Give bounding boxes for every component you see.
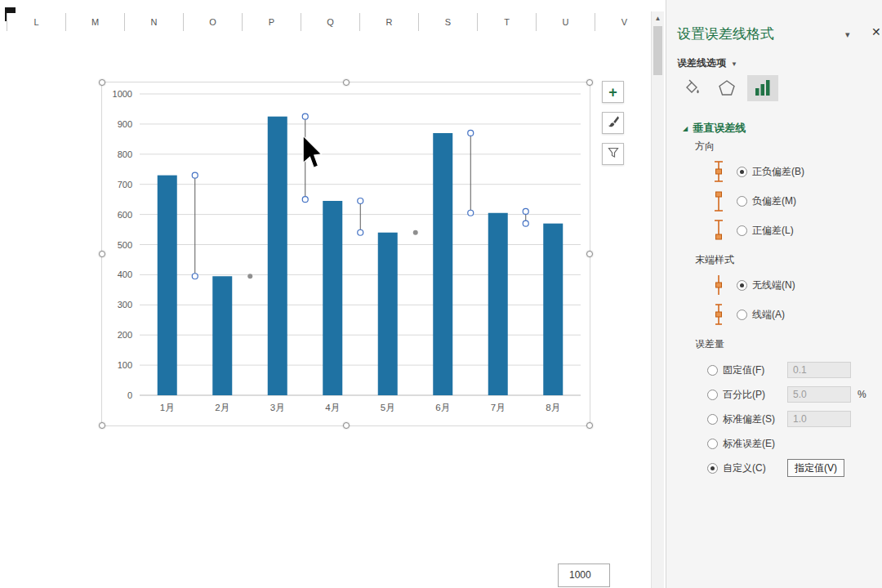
option-label: 固定值(F) bbox=[723, 363, 787, 377]
amount-input[interactable] bbox=[787, 386, 851, 403]
pane-menu-chevron-icon[interactable]: ▾ bbox=[845, 29, 850, 40]
option-label: 正偏差(L) bbox=[752, 224, 794, 238]
endstyle-options: 无线端(N)线端(A) bbox=[666, 270, 882, 329]
option-label: 无线端(N) bbox=[752, 278, 795, 292]
scroll-up-icon[interactable]: ▲ bbox=[652, 11, 664, 25]
collapse-triangle-icon: ◢ bbox=[683, 125, 688, 132]
amount-row[interactable]: 标准误差(E) bbox=[666, 431, 882, 456]
amount-input[interactable] bbox=[787, 362, 851, 378]
option-label: 负偏差(M) bbox=[752, 194, 796, 208]
amount-input[interactable] bbox=[787, 411, 851, 427]
column-header-S[interactable]: S bbox=[419, 13, 478, 31]
column-header-M[interactable]: M bbox=[66, 13, 125, 31]
option-label: 百分比(P) bbox=[723, 388, 787, 402]
radio-button[interactable] bbox=[737, 310, 747, 320]
cap-icon bbox=[711, 302, 726, 327]
column-header-U[interactable]: U bbox=[537, 13, 595, 31]
radio-button[interactable] bbox=[707, 463, 718, 474]
fill-line-icon[interactable] bbox=[675, 75, 706, 101]
amount-row[interactable]: 自定义(C)指定值(V) bbox=[666, 456, 882, 480]
radio-button[interactable] bbox=[707, 439, 718, 449]
radio-button[interactable] bbox=[737, 196, 747, 207]
vertical-error-bar-section[interactable]: ◢垂直误差线 bbox=[683, 121, 746, 136]
option-row[interactable]: 正偏差(L) bbox=[666, 216, 882, 245]
pane-tabs bbox=[675, 75, 778, 101]
format-pane: 设置误差线格式 ▾ ✕ 误差线选项▼ ◢垂直误差线 方向 正负偏差(B)负偏差(… bbox=[666, 0, 882, 588]
option-label: 标准误差(E) bbox=[723, 437, 787, 451]
plus-icon: + bbox=[608, 85, 617, 100]
error-bar-options-dropdown[interactable]: 误差线选项▼ bbox=[677, 56, 737, 70]
floating-cell[interactable]: 1000 bbox=[558, 564, 610, 587]
specify-value-button[interactable]: 指定值(V) bbox=[787, 459, 844, 477]
resize-handle[interactable] bbox=[586, 79, 593, 86]
svg-text:2月: 2月 bbox=[215, 403, 229, 412]
radio-button[interactable] bbox=[737, 167, 747, 177]
svg-text:6月: 6月 bbox=[435, 403, 450, 412]
column-header-Q[interactable]: Q bbox=[301, 13, 360, 31]
direction-options: 正负偏差(B)负偏差(M)正偏差(L) bbox=[666, 157, 882, 245]
end-style-label: 末端样式 bbox=[695, 253, 734, 267]
option-row[interactable]: 负偏差(M) bbox=[666, 186, 882, 216]
resize-handle[interactable] bbox=[586, 251, 593, 257]
chart-filters-button[interactable] bbox=[602, 143, 624, 165]
chart-svg: 010020030040050060070080090010001月2月3月4月… bbox=[102, 82, 591, 427]
amount-row[interactable]: 固定值(F) bbox=[666, 358, 882, 382]
option-row[interactable]: 线端(A) bbox=[666, 300, 882, 329]
column-header-P[interactable]: P bbox=[243, 13, 301, 31]
column-header-O[interactable]: O bbox=[184, 13, 243, 31]
chevron-down-icon: ▼ bbox=[731, 60, 737, 68]
radio-button[interactable] bbox=[737, 225, 747, 236]
chart-object[interactable]: 010020030040050060070080090010001月2月3月4月… bbox=[101, 82, 590, 426]
error-both-icon bbox=[711, 159, 726, 184]
svg-text:600: 600 bbox=[118, 210, 132, 220]
error-amount-label: 误差量 bbox=[695, 337, 724, 351]
amount-options: 固定值(F)百分比(P)%标准偏差(S)标准误差(E)自定义(C)指定值(V) bbox=[666, 358, 882, 480]
option-row[interactable]: 正负偏差(B) bbox=[666, 157, 882, 186]
column-headers: LMNOPQRSTUV bbox=[7, 13, 654, 31]
section-label: 垂直误差线 bbox=[693, 122, 746, 134]
vertical-scrollbar[interactable]: ▲ bbox=[651, 11, 664, 588]
amount-row[interactable]: 百分比(P)% bbox=[666, 382, 882, 407]
svg-text:800: 800 bbox=[118, 149, 132, 159]
svg-text:5月: 5月 bbox=[381, 403, 395, 412]
column-header-L[interactable]: L bbox=[7, 13, 66, 31]
svg-text:1月: 1月 bbox=[160, 403, 175, 412]
column-header-N[interactable]: N bbox=[125, 13, 184, 31]
svg-text:8月: 8月 bbox=[546, 403, 560, 412]
mouse-cursor bbox=[302, 136, 323, 170]
chart-elements-button[interactable]: + bbox=[602, 81, 624, 103]
resize-handle[interactable] bbox=[99, 79, 105, 86]
scrollbar-thumb[interactable] bbox=[653, 26, 662, 75]
resize-handle[interactable] bbox=[586, 422, 593, 429]
svg-text:200: 200 bbox=[118, 330, 132, 340]
spreadsheet-area: LMNOPQRSTUV 0100200300400500600700800900… bbox=[0, 0, 666, 588]
column-header-T[interactable]: T bbox=[478, 13, 537, 31]
radio-button[interactable] bbox=[707, 390, 718, 400]
svg-text:3月: 3月 bbox=[270, 403, 285, 412]
radio-button[interactable] bbox=[707, 414, 718, 425]
column-header-V[interactable]: V bbox=[595, 13, 654, 31]
svg-text:700: 700 bbox=[118, 180, 132, 189]
svg-text:7月: 7月 bbox=[491, 403, 506, 412]
radio-button[interactable] bbox=[737, 280, 747, 291]
svg-text:1000: 1000 bbox=[113, 89, 132, 99]
amount-row[interactable]: 标准偏差(S) bbox=[666, 407, 882, 431]
resize-handle[interactable] bbox=[343, 422, 350, 429]
series-options-icon[interactable] bbox=[747, 75, 778, 101]
close-icon[interactable]: ✕ bbox=[871, 25, 881, 38]
option-label: 线端(A) bbox=[752, 308, 785, 322]
error-minus-icon bbox=[711, 189, 726, 213]
effects-icon[interactable] bbox=[711, 75, 742, 101]
percent-suffix: % bbox=[858, 389, 866, 400]
column-header-R[interactable]: R bbox=[360, 13, 419, 31]
radio-button[interactable] bbox=[707, 365, 718, 376]
funnel-icon bbox=[608, 147, 619, 162]
resize-handle[interactable] bbox=[99, 422, 105, 429]
brush-icon bbox=[607, 115, 620, 131]
option-row[interactable]: 无线端(N) bbox=[666, 270, 882, 300]
svg-text:500: 500 bbox=[118, 240, 132, 250]
resize-handle[interactable] bbox=[343, 79, 350, 86]
resize-handle[interactable] bbox=[99, 251, 105, 257]
chart-styles-button[interactable] bbox=[602, 112, 624, 134]
svg-text:900: 900 bbox=[118, 119, 132, 129]
